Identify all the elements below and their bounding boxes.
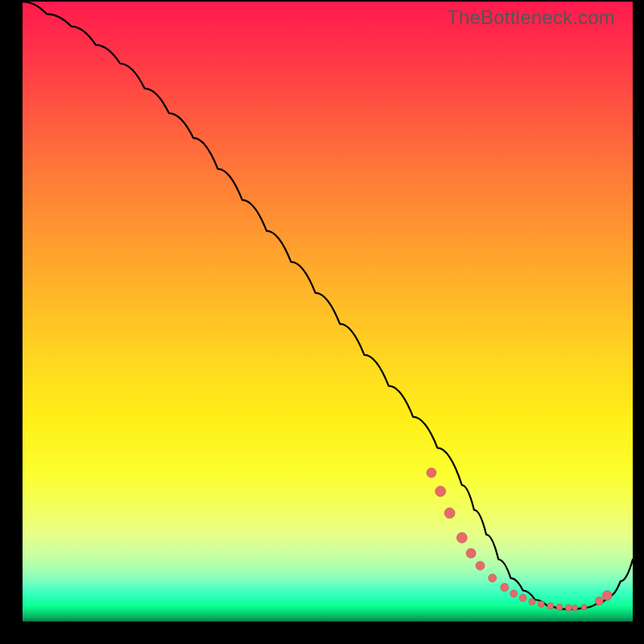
highlight-dot [538, 601, 544, 607]
highlight-dot [602, 591, 612, 601]
highlight-dot [501, 584, 509, 592]
highlight-dots-group [427, 468, 612, 611]
highlight-dot [436, 486, 446, 497]
highlight-dot [572, 605, 578, 611]
highlight-dot [581, 605, 587, 610]
highlight-dot [444, 508, 455, 518]
chart-plot-area: TheBottleneck.com [23, 2, 633, 621]
bottleneck-curve-svg [23, 2, 633, 621]
highlight-dot [547, 603, 554, 609]
highlight-dot [519, 594, 526, 601]
highlight-dot [595, 597, 603, 605]
highlight-dot [529, 598, 535, 605]
highlight-dot [427, 468, 436, 477]
highlight-dot [489, 574, 497, 582]
highlight-dot [556, 604, 563, 610]
highlight-dot [456, 533, 467, 543]
highlight-dot [466, 548, 476, 558]
highlight-dot [510, 590, 518, 597]
bottleneck-curve-line [23, 2, 633, 609]
highlight-dot [476, 561, 485, 570]
highlight-dot [565, 605, 572, 611]
